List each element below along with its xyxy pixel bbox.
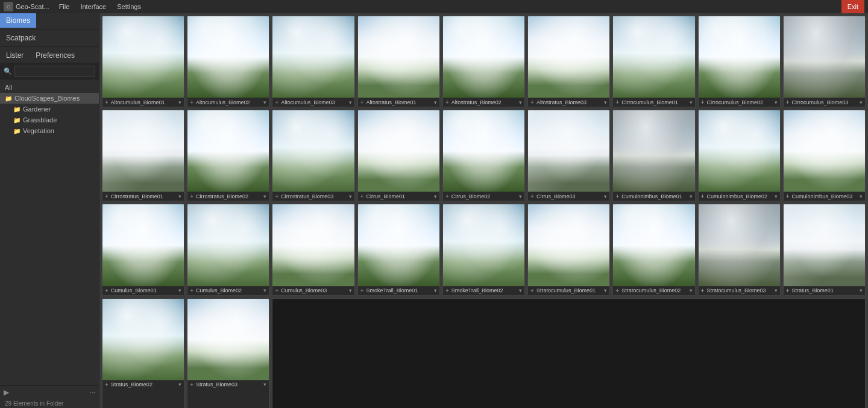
play-button[interactable]: ▶ [4,388,9,397]
thumb-dropdown-button[interactable]: ▾ [349,287,352,293]
thumb-card[interactable]: +Altostratus_Biome03▾ [527,16,610,107]
thumb-dropdown-button[interactable]: ▾ [775,287,778,293]
settings-menu[interactable]: Settings [115,2,143,11]
thumb-card[interactable]: +Altocumulus_Biome02▾ [187,16,269,107]
more-button[interactable]: ··· [89,388,95,397]
thumb-card[interactable]: +SmokeTrail_Biome01▾ [357,204,440,295]
thumb-card[interactable]: +Altocumulus_Biome03▾ [272,16,354,107]
thumb-dropdown-button[interactable]: ▾ [434,99,437,105]
thumb-card[interactable]: +Cirrus_Biome02▾ [442,110,525,201]
thumb-dropdown-button[interactable]: ▾ [434,287,437,293]
thumb-add-button[interactable]: + [445,99,449,105]
thumb-dropdown-button[interactable]: ▾ [604,99,607,105]
thumb-dropdown-button[interactable]: ▾ [349,193,352,199]
thumb-card[interactable]: +Cumulus_Biome03▾ [272,204,354,295]
thumb-dropdown-button[interactable]: ▾ [263,193,266,199]
thumb-add-button[interactable]: + [105,193,108,199]
thumb-dropdown-button[interactable]: ▾ [860,193,863,199]
thumb-card[interactable]: +Cumulus_Biome01▾ [102,204,184,295]
thumb-dropdown-button[interactable]: ▾ [263,381,266,388]
thumb-card[interactable]: +Cumulonimbus_Biome01▾ [612,110,695,201]
thumb-dropdown-button[interactable]: ▾ [604,193,607,199]
thumb-add-button[interactable]: + [275,99,278,105]
tree-item-cloudscapes[interactable]: 📁CloudScapes_Biomes [0,93,99,104]
thumb-add-button[interactable]: + [701,287,705,294]
thumb-dropdown-button[interactable]: ▾ [775,99,778,105]
thumb-card[interactable]: +Stratocumulus_Biome01▾ [527,204,610,295]
thumb-add-button[interactable]: + [701,193,705,199]
thumb-add-button[interactable]: + [275,287,278,294]
search-input[interactable] [14,66,95,77]
thumb-card[interactable]: +SmokeTrail_Biome02▾ [442,204,525,295]
thumb-dropdown-button[interactable]: ▾ [519,193,522,199]
thumb-add-button[interactable]: + [615,99,619,105]
thumb-card[interactable]: +Cumulonimbus_Biome02▾ [698,110,781,201]
interface-menu[interactable]: Interface [78,2,108,11]
tree-item-gardener[interactable]: 📁Gardener [0,104,99,115]
thumb-add-button[interactable]: + [530,193,534,199]
thumb-dropdown-button[interactable]: ▾ [860,99,863,105]
thumb-dropdown-button[interactable]: ▾ [178,193,181,199]
thumb-add-button[interactable]: + [701,99,705,105]
thumb-add-button[interactable]: + [190,99,193,105]
thumb-card[interactable]: +Cirrus_Biome01▾ [357,110,440,201]
thumb-add-button[interactable]: + [190,193,193,199]
tree-item-all[interactable]: All [0,82,99,93]
thumb-card[interactable]: +Cirrostratus_Biome03▾ [272,110,354,201]
thumb-add-button[interactable]: + [786,193,790,199]
sidebar-nav-biomes[interactable]: Biomes [0,13,36,28]
thumb-card[interactable]: +Cirrocumulus_Biome03▾ [783,16,866,107]
thumb-add-button[interactable]: + [360,193,364,199]
thumb-add-button[interactable]: + [190,287,193,294]
thumb-dropdown-button[interactable]: ▾ [178,287,181,293]
thumb-dropdown-button[interactable]: ▾ [178,381,181,388]
thumb-dropdown-button[interactable]: ▾ [519,99,522,105]
thumb-dropdown-button[interactable]: ▾ [690,99,693,105]
thumb-card[interactable]: +Altostratus_Biome01▾ [357,16,440,107]
thumb-dropdown-button[interactable]: ▾ [349,99,352,105]
thumb-dropdown-button[interactable]: ▾ [263,99,266,105]
thumb-dropdown-button[interactable]: ▾ [775,193,778,199]
thumb-card[interactable]: +Stratocumulus_Biome02▾ [612,204,695,295]
thumb-card[interactable]: +Stratus_Biome03▾ [187,298,269,408]
thumb-dropdown-button[interactable]: ▾ [690,193,693,199]
sidebar-nav-lister[interactable]: Lister [0,48,30,63]
thumb-card[interactable]: +Stratus_Biome02▾ [102,298,184,408]
thumb-card[interactable]: +Altocumulus_Biome01▾ [102,16,184,107]
thumb-add-button[interactable]: + [105,381,108,388]
thumb-add-button[interactable]: + [360,99,364,105]
thumb-dropdown-button[interactable]: ▾ [434,193,437,199]
thumb-add-button[interactable]: + [445,193,449,199]
exit-button[interactable]: Exit [841,0,864,13]
sidebar-nav-scatpack[interactable]: Scatpack [0,31,42,45]
thumb-add-button[interactable]: + [190,381,193,388]
thumb-add-button[interactable]: + [275,193,278,199]
thumb-card[interactable]: +Stratus_Biome01▾ [783,204,866,295]
sidebar-nav-preferences[interactable]: Preferences [30,48,81,63]
thumb-dropdown-button[interactable]: ▾ [860,287,863,293]
thumb-add-button[interactable]: + [445,287,449,294]
thumb-card[interactable]: +Cumulus_Biome02▾ [187,204,269,295]
thumb-card[interactable]: +Cirrostratus_Biome01▾ [102,110,184,201]
thumb-card[interactable]: +Cirrocumulus_Biome02▾ [698,16,781,107]
thumb-add-button[interactable]: + [105,287,108,294]
thumb-add-button[interactable]: + [786,99,790,105]
thumb-add-button[interactable]: + [615,193,619,199]
thumb-add-button[interactable]: + [105,99,108,105]
thumb-dropdown-button[interactable]: ▾ [178,99,181,105]
tree-item-grassblade[interactable]: 📁Grassblade [0,115,99,125]
thumb-dropdown-button[interactable]: ▾ [604,287,607,293]
thumb-add-button[interactable]: + [786,287,790,294]
thumb-add-button[interactable]: + [360,287,364,294]
thumb-card[interactable]: +Cirrocumulus_Biome01▾ [612,16,695,107]
thumb-card[interactable]: +Stratocumulus_Biome03▾ [698,204,781,295]
thumb-add-button[interactable]: + [615,287,619,294]
thumb-add-button[interactable]: + [530,99,534,105]
file-menu[interactable]: File [57,2,72,11]
thumb-card[interactable]: +Cirrostratus_Biome02▾ [187,110,269,201]
thumb-dropdown-button[interactable]: ▾ [263,287,266,293]
thumb-add-button[interactable]: + [530,287,534,294]
thumb-dropdown-button[interactable]: ▾ [519,287,522,293]
thumb-card[interactable]: +Cumulonimbus_Biome03▾ [783,110,866,201]
tree-item-vegetation[interactable]: 📁Vegetation [0,125,99,136]
